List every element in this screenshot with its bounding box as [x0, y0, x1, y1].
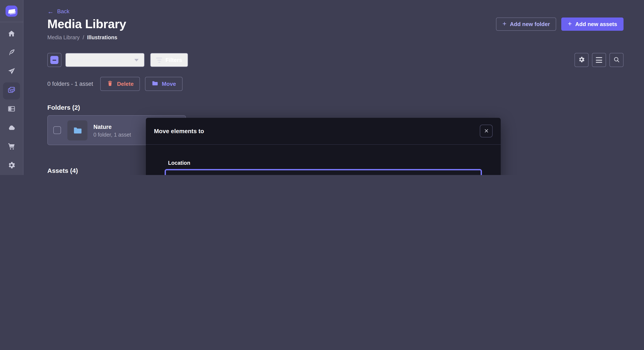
app-window: KD ← Back Media Library + Add new folder…: [0, 0, 644, 175]
search-icon: [613, 56, 620, 64]
add-new-assets-button[interactable]: + Add new assets: [562, 18, 624, 31]
breadcrumb: Media Library / Illustrations: [47, 35, 624, 41]
sidebar-item-media-library[interactable]: [3, 82, 20, 100]
arrow-left-icon: ←: [47, 8, 54, 15]
location-value: Illustrations: [172, 174, 201, 175]
sidebar-item-home[interactable]: [3, 26, 20, 43]
plus-icon: +: [502, 21, 506, 27]
sidebar: KD: [0, 0, 24, 175]
media-library-icon: [7, 86, 16, 96]
sort-select[interactable]: Most recent uploads: [65, 53, 144, 67]
trash-icon: [107, 80, 114, 88]
caret-down-icon: [134, 59, 138, 61]
sort-value: Most recent uploads: [71, 57, 121, 63]
breadcrumb-root[interactable]: Media Library: [47, 35, 80, 41]
close-modal-button[interactable]: [480, 125, 492, 137]
sidebar-item-marketplace[interactable]: [3, 139, 20, 156]
filter-icon: [156, 57, 162, 63]
modal-title: Move elements to: [154, 128, 204, 134]
breadcrumb-current: Illustrations: [87, 35, 117, 41]
delete-button[interactable]: Delete: [100, 77, 140, 91]
move-label: Move: [162, 81, 176, 87]
location-label: Location: [168, 160, 190, 166]
folder-name: Nature: [94, 124, 112, 130]
grid-settings-button[interactable]: [574, 53, 588, 67]
folder-meta: 0 folder, 1 asset: [94, 132, 131, 138]
filters-label: Filters: [166, 57, 182, 63]
folder-checkbox[interactable]: [53, 126, 61, 134]
strapi-logo[interactable]: [6, 6, 18, 17]
sidebar-item-releases[interactable]: [3, 64, 20, 81]
page-title: Media Library: [47, 17, 126, 31]
search-button[interactable]: [610, 53, 624, 67]
feather-icon: [7, 48, 16, 59]
move-elements-modal: Move elements to Location Illustrations …: [146, 118, 501, 175]
sidebar-item-content-type-builder[interactable]: [3, 101, 20, 118]
sidebar-item-cloud[interactable]: [3, 120, 20, 137]
plus-icon: +: [568, 21, 572, 27]
toolbar: Most recent uploads Filters: [47, 53, 624, 67]
add-folder-label: Add new folder: [510, 21, 550, 27]
header-actions: + Add new folder + Add new assets: [496, 18, 624, 31]
selection-summary: 0 folders - 1 asset: [47, 81, 93, 87]
back-label: Back: [57, 8, 70, 15]
sidebar-item-settings[interactable]: [3, 158, 20, 175]
list-icon: [596, 57, 602, 63]
location-select[interactable]: Illustrations: [165, 169, 482, 175]
selection-bar: 0 folders - 1 asset Delete Move: [47, 77, 624, 91]
send-icon: [7, 67, 16, 77]
strapi-logo-glyph: [8, 9, 15, 14]
close-icon: [484, 128, 488, 134]
filters-button[interactable]: Filters: [150, 53, 188, 67]
cart-icon: [7, 142, 16, 152]
folder-icon: [152, 80, 158, 88]
sidebar-item-content[interactable]: [3, 45, 20, 62]
folders-heading: Folders (2): [47, 104, 624, 111]
delete-label: Delete: [117, 81, 134, 87]
back-link[interactable]: ← Back: [47, 8, 624, 15]
breadcrumb-separator: /: [82, 35, 84, 41]
gear-icon: [7, 161, 16, 171]
add-assets-label: Add new assets: [575, 21, 617, 27]
move-button[interactable]: Move: [145, 77, 182, 91]
gear-icon: [578, 56, 585, 64]
folder-icon: [72, 125, 82, 135]
folder-thumbnail: [68, 120, 88, 140]
select-all-checkbox[interactable]: [47, 53, 62, 67]
layout-icon: [7, 105, 16, 115]
cloud-icon: [7, 123, 16, 134]
toolbar-view-options: [574, 53, 624, 67]
sidebar-nav: [0, 22, 23, 175]
home-icon: [7, 30, 16, 40]
list-view-button[interactable]: [592, 53, 606, 67]
add-new-folder-button[interactable]: + Add new folder: [496, 18, 556, 31]
checkbox-indeterminate-icon: [50, 56, 58, 64]
